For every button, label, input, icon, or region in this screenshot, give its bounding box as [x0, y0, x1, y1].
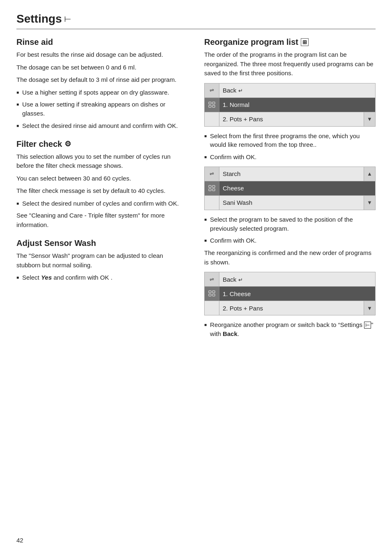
scroll-up-arrow: ▲ [364, 167, 375, 181]
reorganize-icon: ⊞ [301, 38, 309, 46]
svg-rect-8 [209, 291, 211, 293]
filter-check-section: Filter check ⚙ This selection allows you… [16, 139, 188, 230]
list-item: Confirm with OK. [204, 236, 376, 245]
row-text: Back ↵ [219, 274, 375, 285]
row-text: Sani Wash [219, 197, 364, 208]
back-text: Back [223, 330, 238, 337]
rinse-aid-para-3: The dosage set by default to 3 ml of rin… [16, 75, 188, 85]
row-icon: ⇌ [205, 83, 219, 97]
filter-check-see: See "Cleaning and Care - Triple filter s… [16, 211, 188, 229]
svg-rect-11 [212, 294, 215, 296]
program-panel-1: ⇌ Back ↵ 1. Normal [204, 83, 376, 127]
yes-text: Yes [41, 274, 52, 281]
filter-check-para-1: This selection allows you to set the num… [16, 152, 188, 171]
row-text: 1. Normal [219, 99, 375, 110]
reorganize-after-bullets: The reorganizing is confirmed and the ne… [204, 248, 376, 267]
row-icon [205, 196, 219, 210]
filter-check-para-3: The filter check message is set by defau… [16, 186, 188, 196]
panel-row: ⇌ Starch ▲ [205, 167, 375, 181]
rinse-aid-heading: Rinse aid [16, 37, 188, 47]
left-column: Rinse aid For best results the rinse aid… [16, 37, 188, 348]
page-number: 42 [16, 537, 23, 544]
list-item: Select the desired number of cycles and … [16, 199, 188, 208]
reorganize-para: The order of the programs in the program… [204, 50, 376, 78]
title-text: Settings [16, 12, 62, 25]
panel-row: ⇌ Back ↵ [205, 272, 375, 287]
svg-rect-6 [209, 189, 211, 191]
panel-row: 2. Pots + Pans ▼ [205, 301, 375, 315]
settings-icon-inline: ⊢ [364, 322, 371, 329]
row-icon [205, 287, 219, 301]
adjust-sensor-section: Adjust Sensor Wash The "Sensor Wash" pro… [16, 239, 188, 282]
row-text: Cheese [219, 183, 375, 194]
scroll-down-arrow: ▼ [364, 196, 375, 210]
reorganize-bullets-2: Select the program to be saved to the po… [204, 215, 376, 245]
row-text: 2. Pots + Pans [219, 114, 364, 125]
reorganize-heading: Reorganize program list ⊞ [204, 37, 376, 47]
right-column: Reorganize program list ⊞ The order of t… [204, 37, 376, 348]
rinse-aid-para-2: The dosage can be set between 0 and 6 ml… [16, 63, 188, 72]
list-item: Use a lower setting if streaking appears… [16, 100, 188, 118]
filter-check-bullets: Select the desired number of cycles and … [16, 199, 188, 208]
scroll-down-arrow: ▼ [364, 112, 375, 126]
settings-icon: ⊢ [64, 14, 71, 24]
panel-row: Cheese [205, 181, 375, 196]
rinse-aid-bullets: Use a higher setting if spots appear on … [16, 88, 188, 130]
svg-rect-4 [209, 185, 211, 188]
panel-row: ⇌ Back ↵ [205, 83, 375, 98]
adjust-sensor-para-1: The "Sensor Wash" program can be adjuste… [16, 251, 188, 270]
program-panel-3: ⇌ Back ↵ 1. Cheese [204, 272, 376, 315]
filter-check-para-2: You can select between 30 and 60 cycles. [16, 174, 188, 183]
row-text: 2. Pots + Pans [219, 303, 364, 314]
svg-rect-7 [212, 189, 215, 191]
rinse-aid-para-1: For best results the rinse aid dosage ca… [16, 50, 188, 60]
filter-check-heading: Filter check ⚙ [16, 139, 188, 149]
list-item: Select Yes and confirm with OK . [16, 273, 188, 282]
list-item: Select from the first three programs the… [204, 132, 376, 150]
row-text: Starch [219, 168, 364, 179]
svg-rect-9 [212, 291, 215, 293]
scroll-down-arrow: ▼ [364, 301, 375, 315]
svg-rect-10 [209, 294, 211, 296]
row-text: 1. Cheese [219, 288, 375, 299]
row-icon [205, 301, 219, 315]
panel-row: 2. Pots + Pans ▼ [205, 112, 375, 126]
svg-rect-0 [209, 102, 211, 104]
svg-rect-1 [212, 102, 215, 104]
panel-row: Sani Wash ▼ [205, 196, 375, 210]
page-title: Settings ⊢ [16, 12, 376, 29]
rinse-aid-section: Rinse aid For best results the rinse aid… [16, 37, 188, 130]
svg-rect-5 [212, 185, 215, 188]
reorganize-bullets-1: Select from the first three programs the… [204, 132, 376, 162]
adjust-sensor-bullets: Select Yes and confirm with OK . [16, 273, 188, 282]
row-icon [205, 112, 219, 126]
reorganize-section: Reorganize program list ⊞ The order of t… [204, 37, 376, 338]
row-icon: ⇌ [205, 167, 219, 181]
row-text: Back ↵ [219, 85, 375, 96]
adjust-sensor-heading: Adjust Sensor Wash [16, 239, 188, 248]
row-icon: ⇌ [205, 272, 219, 286]
list-item: Select the program to be saved to the po… [204, 215, 376, 233]
reorganize-bullets-3: Reorganize another program or switch bac… [204, 320, 376, 338]
svg-rect-3 [212, 105, 215, 107]
row-icon [205, 181, 219, 195]
list-item: Use a higher setting if spots appear on … [16, 88, 188, 97]
list-item: Reorganize another program or switch bac… [204, 320, 376, 338]
list-item: Confirm with OK. [204, 153, 376, 162]
row-icon [205, 98, 219, 112]
filter-icon: ⚙ [65, 139, 71, 148]
program-panel-2: ⇌ Starch ▲ Cheese [204, 167, 376, 210]
panel-row: 1. Cheese [205, 287, 375, 301]
panel-row: 1. Normal [205, 98, 375, 112]
list-item: Select the desired rinse aid amount and … [16, 121, 188, 130]
svg-rect-2 [209, 105, 211, 107]
